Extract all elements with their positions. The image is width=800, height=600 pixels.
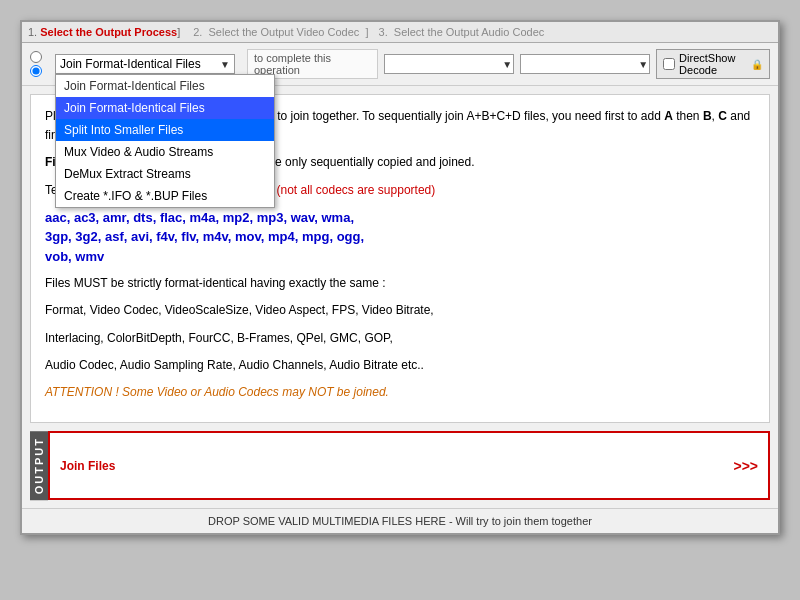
- main-window: 1. Select the Output Process ] 2. Select…: [20, 20, 780, 535]
- dropdown-menu: Join Format-Identical Files Join Format-…: [55, 74, 275, 208]
- output-label: OUTPUT: [30, 431, 48, 500]
- audio-codec-select[interactable]: [520, 54, 650, 74]
- dropdown-item-split[interactable]: Split Into Smaller Files: [56, 119, 274, 141]
- dropdown-arrow-icon[interactable]: ▼: [220, 59, 230, 70]
- video-codec-dropdown: ▼: [384, 54, 514, 74]
- radio-option1[interactable]: [30, 51, 45, 63]
- audio-codec-dropdown: ▼: [520, 54, 650, 74]
- video-codec-select[interactable]: [384, 54, 514, 74]
- info-para7: Audio Codec, Audio Sampling Rate, Audio …: [45, 356, 755, 375]
- info-letter-A: A: [664, 109, 673, 123]
- process-dropdown-wrapper: Join Format-Identical Files ▼ Join Forma…: [55, 54, 235, 74]
- dropdown-selected-text: Join Format-Identical Files: [60, 57, 220, 71]
- step-bar: 1. Select the Output Process ] 2. Select…: [22, 22, 778, 43]
- info-para4: Files MUST be strictly format-identical …: [45, 274, 755, 293]
- step1: 1. Select the Output Process ]: [28, 26, 183, 38]
- output-arrows-icon: >>>: [733, 458, 758, 474]
- controls-row: Join Format-Identical Files ▼ Join Forma…: [22, 43, 778, 86]
- dropdown-item-demux[interactable]: DeMux Extract Streams: [56, 163, 274, 185]
- directshow-checkbox[interactable]: [663, 58, 675, 70]
- dropdown-item-join-top[interactable]: Join Format-Identical Files: [56, 75, 274, 97]
- radio-input2[interactable]: [30, 65, 42, 77]
- step2-label: Select the Output Video Codec: [209, 26, 360, 38]
- output-join-label: Join Files: [60, 459, 115, 473]
- controls-right: ▼ ▼ DirectShow Decode 🔒: [384, 49, 770, 79]
- directshow-icon: 🔒: [751, 59, 763, 70]
- info-para6: Interlacing, ColorBitDepth, FourCC, B-Fr…: [45, 329, 755, 348]
- step1-number: 1.: [28, 26, 37, 38]
- radio-group: [30, 50, 45, 78]
- radio-option2[interactable]: [30, 65, 45, 77]
- directshow-decode-btn[interactable]: DirectShow Decode 🔒: [656, 49, 770, 79]
- info-para5: Format, Video Codec, VideoScaleSize, Vid…: [45, 301, 755, 320]
- radio-input1[interactable]: [30, 51, 42, 63]
- info-letter-C: C: [718, 109, 727, 123]
- step2: 2. Select the Output Video Codec ]: [193, 26, 368, 38]
- step3: 3. Select the Output Audio Codec: [379, 26, 545, 38]
- dropdown-item-join-selected[interactable]: Join Format-Identical Files: [56, 97, 274, 119]
- dropdown-item-create[interactable]: Create *.IFO & *.BUP Files: [56, 185, 274, 207]
- info-codecs-warning: (not all codecs are supported): [276, 183, 435, 197]
- info-formats1: aac, ac3, amr, dts, flac, m4a, mp2, mp3,…: [45, 208, 755, 228]
- step3-label: Select the Output Audio Codec: [394, 26, 544, 38]
- output-section: OUTPUT Join Files >>>: [30, 431, 770, 500]
- info-letter-B: B: [703, 109, 712, 123]
- output-box: Join Files >>>: [48, 431, 770, 500]
- drop-zone[interactable]: DROP SOME VALID MULTIMEDIA FILES HERE - …: [22, 508, 778, 533]
- step1-label: Select the Output Process: [40, 26, 177, 38]
- info-formats2: 3gp, 3g2, asf, avi, f4v, flv, m4v, mov, …: [45, 227, 755, 247]
- info-attention: ATTENTION ! Some Video or Audio Codecs m…: [45, 383, 755, 402]
- dropdown-item-mux[interactable]: Mux Video & Audio Streams: [56, 141, 274, 163]
- info-formats3: vob, wmv: [45, 247, 755, 267]
- directshow-label: DirectShow Decode: [679, 52, 747, 76]
- drop-zone-text: DROP SOME VALID MULTIMEDIA FILES HERE - …: [208, 515, 592, 527]
